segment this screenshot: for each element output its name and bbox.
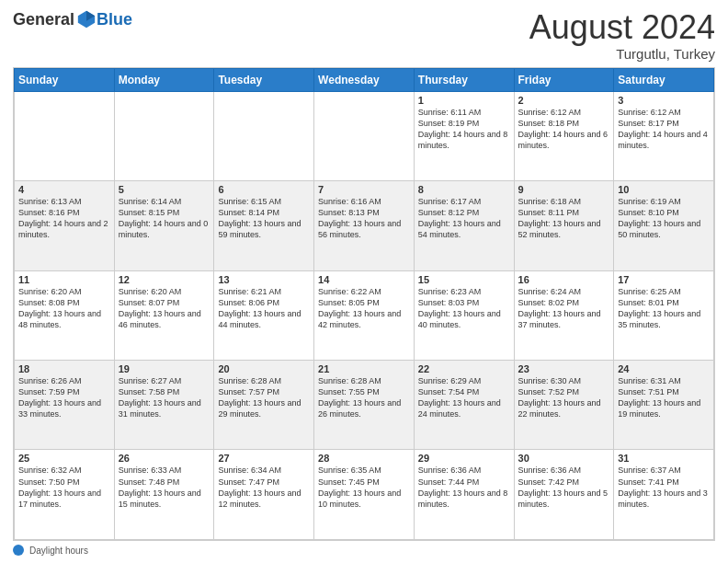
header-day-wednesday: Wednesday [314,68,415,91]
day-number: 14 [318,274,410,285]
header-day-thursday: Thursday [414,68,514,91]
day-info: Sunrise: 6:26 AMSunset: 7:59 PMDaylight:… [18,375,110,420]
calendar-body: 1Sunrise: 6:11 AMSunset: 8:19 PMDaylight… [15,91,714,539]
calendar-cell: 29Sunrise: 6:36 AMSunset: 7:44 PMDayligh… [414,450,514,540]
location: Turgutlu, Turkey [529,46,715,62]
calendar-cell: 28Sunrise: 6:35 AMSunset: 7:45 PMDayligh… [314,450,415,540]
day-info: Sunrise: 6:24 AMSunset: 8:02 PMDaylight:… [518,286,610,331]
calendar-cell: 6Sunrise: 6:15 AMSunset: 8:14 PMDaylight… [214,181,314,270]
day-info: Sunrise: 6:13 AMSunset: 8:16 PMDaylight:… [18,196,110,241]
calendar-cell: 12Sunrise: 6:20 AMSunset: 8:07 PMDayligh… [114,270,214,360]
day-info: Sunrise: 6:23 AMSunset: 8:03 PMDaylight:… [418,286,510,331]
day-number: 8 [418,184,510,195]
calendar-cell: 30Sunrise: 6:36 AMSunset: 7:42 PMDayligh… [514,450,614,540]
day-number: 29 [418,453,510,464]
calendar-cell: 27Sunrise: 6:34 AMSunset: 7:47 PMDayligh… [214,450,314,540]
calendar-cell: 24Sunrise: 6:31 AMSunset: 7:51 PMDayligh… [614,361,714,450]
day-info: Sunrise: 6:18 AMSunset: 8:11 PMDaylight:… [518,196,610,241]
day-number: 31 [618,453,710,464]
day-info: Sunrise: 6:15 AMSunset: 8:14 PMDaylight:… [218,196,310,241]
day-number: 19 [119,363,210,374]
calendar-cell: 3Sunrise: 6:12 AMSunset: 8:17 PMDaylight… [614,91,714,180]
day-info: Sunrise: 6:27 AMSunset: 7:58 PMDaylight:… [119,375,210,420]
day-number: 28 [318,453,410,464]
day-info: Sunrise: 6:19 AMSunset: 8:10 PMDaylight:… [618,196,710,241]
calendar-cell: 21Sunrise: 6:28 AMSunset: 7:55 PMDayligh… [314,361,415,450]
logo-general: General [13,10,74,29]
day-number: 23 [518,363,610,374]
title-block: August 2024 Turgutlu, Turkey [529,9,715,62]
day-number: 3 [618,95,710,106]
calendar-cell: 25Sunrise: 6:32 AMSunset: 7:50 PMDayligh… [15,450,115,540]
day-info: Sunrise: 6:22 AMSunset: 8:05 PMDaylight:… [318,286,410,331]
week-row: 4Sunrise: 6:13 AMSunset: 8:16 PMDaylight… [15,181,714,270]
calendar-table: SundayMondayTuesdayWednesdayThursdayFrid… [14,68,714,540]
day-number: 16 [518,274,610,285]
day-info: Sunrise: 6:20 AMSunset: 8:08 PMDaylight:… [18,286,110,331]
day-number: 17 [618,274,710,285]
day-info: Sunrise: 6:25 AMSunset: 8:01 PMDaylight:… [618,286,710,331]
day-number: 20 [218,363,310,374]
day-number: 27 [218,453,310,464]
day-info: Sunrise: 6:33 AMSunset: 7:48 PMDaylight:… [119,465,210,510]
day-number: 1 [418,95,510,106]
day-info: Sunrise: 6:37 AMSunset: 7:41 PMDaylight:… [618,465,710,510]
calendar-cell: 2Sunrise: 6:12 AMSunset: 8:18 PMDaylight… [514,91,614,180]
day-number: 5 [119,184,210,195]
day-info: Sunrise: 6:36 AMSunset: 7:42 PMDaylight:… [518,465,610,510]
day-info: Sunrise: 6:12 AMSunset: 8:18 PMDaylight:… [518,107,610,152]
day-info: Sunrise: 6:36 AMSunset: 7:44 PMDaylight:… [418,465,510,510]
day-number: 22 [418,363,510,374]
day-number: 11 [18,274,110,285]
header-day-friday: Friday [514,68,614,91]
calendar-cell: 22Sunrise: 6:29 AMSunset: 7:54 PMDayligh… [414,361,514,450]
header-day-tuesday: Tuesday [214,68,314,91]
day-info: Sunrise: 6:14 AMSunset: 8:15 PMDaylight:… [119,196,210,241]
calendar-cell: 20Sunrise: 6:28 AMSunset: 7:57 PMDayligh… [214,361,314,450]
calendar-cell: 10Sunrise: 6:19 AMSunset: 8:10 PMDayligh… [614,181,714,270]
calendar-cell: 8Sunrise: 6:17 AMSunset: 8:12 PMDaylight… [414,181,514,270]
day-info: Sunrise: 6:12 AMSunset: 8:17 PMDaylight:… [618,107,710,152]
day-info: Sunrise: 6:31 AMSunset: 7:51 PMDaylight:… [618,375,710,420]
calendar: SundayMondayTuesdayWednesdayThursdayFrid… [13,67,715,541]
calendar-cell: 7Sunrise: 6:16 AMSunset: 8:13 PMDaylight… [314,181,415,270]
daylight-indicator [13,545,24,556]
day-info: Sunrise: 6:28 AMSunset: 7:55 PMDaylight:… [318,375,410,420]
day-number: 13 [218,274,310,285]
calendar-cell: 13Sunrise: 6:21 AMSunset: 8:06 PMDayligh… [214,270,314,360]
day-info: Sunrise: 6:32 AMSunset: 7:50 PMDaylight:… [18,465,110,510]
week-row: 11Sunrise: 6:20 AMSunset: 8:08 PMDayligh… [15,270,714,360]
calendar-cell: 23Sunrise: 6:30 AMSunset: 7:52 PMDayligh… [514,361,614,450]
calendar-cell [214,91,314,180]
header-day-sunday: Sunday [15,68,115,91]
day-number: 12 [119,274,210,285]
month-title: August 2024 [529,9,715,46]
day-info: Sunrise: 6:35 AMSunset: 7:45 PMDaylight:… [318,465,410,510]
calendar-cell: 18Sunrise: 6:26 AMSunset: 7:59 PMDayligh… [15,361,115,450]
day-number: 9 [518,184,610,195]
calendar-cell: 11Sunrise: 6:20 AMSunset: 8:08 PMDayligh… [15,270,115,360]
week-row: 18Sunrise: 6:26 AMSunset: 7:59 PMDayligh… [15,361,714,450]
logo-icon [76,9,97,29]
day-info: Sunrise: 6:28 AMSunset: 7:57 PMDaylight:… [218,375,310,420]
calendar-cell: 4Sunrise: 6:13 AMSunset: 8:16 PMDaylight… [15,181,115,270]
week-row: 1Sunrise: 6:11 AMSunset: 8:19 PMDaylight… [15,91,714,180]
logo: General Blue [13,9,132,29]
day-info: Sunrise: 6:17 AMSunset: 8:12 PMDaylight:… [418,196,510,241]
header: General Blue August 2024 Turgutlu, Turke… [13,9,715,62]
week-row: 25Sunrise: 6:32 AMSunset: 7:50 PMDayligh… [15,450,714,540]
day-number: 7 [318,184,410,195]
day-number: 4 [18,184,110,195]
day-info: Sunrise: 6:11 AMSunset: 8:19 PMDaylight:… [418,107,510,152]
day-number: 25 [18,453,110,464]
day-info: Sunrise: 6:16 AMSunset: 8:13 PMDaylight:… [318,196,410,241]
calendar-cell: 31Sunrise: 6:37 AMSunset: 7:41 PMDayligh… [614,450,714,540]
header-day-monday: Monday [114,68,214,91]
calendar-cell: 17Sunrise: 6:25 AMSunset: 8:01 PMDayligh… [614,270,714,360]
day-number: 30 [518,453,610,464]
day-number: 6 [218,184,310,195]
footer-label: Daylight hours [29,546,88,556]
calendar-cell: 14Sunrise: 6:22 AMSunset: 8:05 PMDayligh… [314,270,415,360]
day-info: Sunrise: 6:20 AMSunset: 8:07 PMDaylight:… [119,286,210,331]
calendar-cell: 5Sunrise: 6:14 AMSunset: 8:15 PMDaylight… [114,181,214,270]
